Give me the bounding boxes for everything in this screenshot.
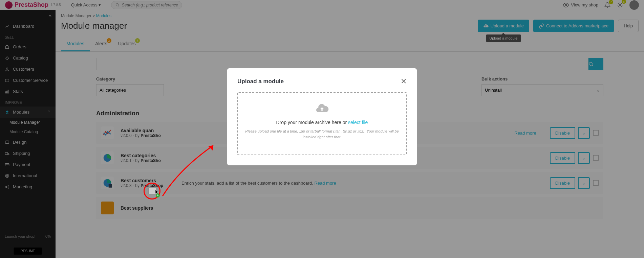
modal-title: Upload a module (237, 78, 284, 85)
close-icon[interactable]: ✕ (401, 77, 407, 86)
dropzone[interactable]: Drop your module archive here or select … (237, 92, 407, 155)
dropzone-text: Drop your module archive here or select … (245, 120, 399, 125)
plus-icon: + (156, 193, 160, 197)
modal-overlay[interactable]: Upload a module ✕ Drop your module archi… (0, 0, 644, 258)
dropzone-hint: Please upload one file at a time, .zip o… (245, 128, 399, 140)
upload-modal: Upload a module ✕ Drop your module archi… (227, 68, 417, 165)
cloud-upload-icon (312, 102, 332, 116)
select-file-link[interactable]: select file (348, 120, 368, 125)
